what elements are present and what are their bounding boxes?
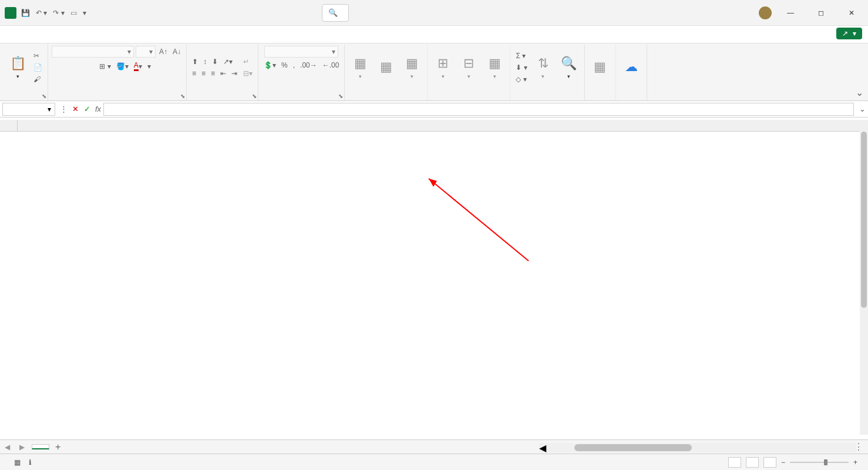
formula-bar: ▾ ⋮ ✕ ✓ fx ⌄ [0,101,868,118]
group-styles: ▦▾ ▦ ▦▾ [345,45,428,100]
clear-icon[interactable]: ◇ ▾ [514,74,529,85]
name-box[interactable]: ▾ [2,103,55,116]
undo-button[interactable]: ↶ ▾ [35,8,48,18]
currency-icon[interactable]: 💲▾ [262,60,278,70]
zoom-in-icon[interactable]: + [853,458,857,466]
bold-button[interactable] [82,65,85,68]
fill-color-icon[interactable]: 🪣▾ [115,61,130,72]
insert-cells-button[interactable]: ⊞▾ [431,55,455,80]
page-layout-view-icon[interactable] [746,457,759,468]
indent-dec-icon[interactable]: ⇤ [218,68,228,79]
normal-view-icon[interactable] [728,457,741,468]
select-all-corner[interactable] [0,120,18,131]
group-addins: ▦ [585,45,616,100]
wrap-text-button[interactable]: ↵ [241,56,254,67]
save-icon[interactable]: 💾 [20,8,31,18]
ribbon-tabs: ↗ ▾ [0,26,868,43]
save-baidu-button[interactable]: ☁ [620,58,643,77]
decrease-font-icon[interactable]: A↓ [171,46,183,57]
orientation-icon[interactable]: ↗▾ [221,56,234,67]
copy-icon[interactable]: 📄 [32,62,44,73]
collapse-ribbon-icon[interactable]: ⌄ [853,85,866,100]
decrease-dec-icon[interactable]: ←.00 [321,60,341,70]
vertical-scrollbar[interactable] [860,120,868,435]
comma-icon[interactable]: , [291,60,297,70]
dialog-launcher-icon[interactable]: ⬊ [252,93,257,99]
annotation-arrow [364,167,540,273]
status-bar: ▦ ℹ − + [0,454,868,470]
accessibility-status[interactable]: ℹ [29,458,32,466]
sheet-tab-bar: ◀ ▶ + ⋮ ◀ [0,439,868,454]
group-clipboard: 📋▾ ✂ 📄 🖌 ⬊ [2,45,48,100]
underline-button[interactable] [92,65,96,68]
page-break-view-icon[interactable] [763,457,776,468]
dialog-launcher-icon[interactable]: ⬊ [180,93,185,99]
indent-inc-icon[interactable]: ⇥ [230,68,239,79]
border-icon[interactable]: ⊞ ▾ [97,61,112,72]
align-left-icon[interactable]: ≡ [190,68,198,79]
sheet-tab[interactable] [32,444,49,449]
merge-center-button[interactable]: ⊟ ▾ [241,68,254,79]
find-select-button[interactable]: 🔍▾ [557,55,581,80]
dialog-launcher-icon[interactable]: ⬊ [42,93,46,99]
workbook-stats-icon[interactable]: ▦ [14,458,21,466]
svg-marker-1 [429,179,437,187]
prev-sheet-icon[interactable]: ◀ [0,443,15,451]
redo-button[interactable]: ↷ ▾ [52,8,65,18]
close-button[interactable]: ✕ [840,4,863,22]
number-format-select[interactable]: ▾ [264,46,338,58]
zoom-out-icon[interactable]: − [781,458,785,466]
font-size-select[interactable]: ▾ [136,46,156,58]
increase-font-icon[interactable]: A↑ [157,46,169,57]
align-top-icon[interactable]: ⬆ [190,56,200,67]
delete-cells-button[interactable]: ⊟▾ [457,55,480,80]
format-cells-button[interactable]: ▦▾ [483,55,506,80]
fill-icon[interactable]: ⬇ ▾ [514,62,529,73]
italic-button[interactable] [87,65,90,68]
search-icon: 🔍 [328,8,338,17]
qat-customize[interactable]: ▾ [82,8,88,18]
excel-app-icon [5,7,16,19]
cut-icon[interactable]: ✂ [32,51,44,61]
options-icon[interactable]: ⋮ [58,105,69,113]
cell-style-button[interactable]: ▦▾ [400,55,423,80]
group-editing: Σ ▾ ⬇ ▾ ◇ ▾ ⇅▾ 🔍▾ [510,45,584,100]
align-right-icon[interactable]: ≡ [209,68,217,79]
group-save: ☁ [616,45,647,100]
percent-icon[interactable]: % [280,60,290,70]
table-format-button[interactable]: ▦ [374,58,398,77]
dialog-launcher-icon[interactable]: ⬊ [338,93,343,99]
align-middle-icon[interactable]: ↕ [201,56,208,67]
align-bottom-icon[interactable]: ⬇ [210,56,220,67]
font-color-icon[interactable]: A▾ [132,60,144,72]
maximize-button[interactable]: ◻ [809,4,833,22]
expand-formula-icon[interactable]: ⌄ [856,105,868,113]
group-number: ▾ 💲▾ % , .00→ ←.00 ⬊ [258,45,345,100]
search-input[interactable]: 🔍 [322,4,349,22]
avatar[interactable] [759,6,772,19]
fx-icon[interactable]: fx [95,105,101,113]
formula-input[interactable] [103,103,854,116]
minimize-button[interactable]: — [779,4,802,22]
sum-icon[interactable]: Σ ▾ [514,51,529,61]
add-sheet-button[interactable]: + [49,442,66,452]
qat-button[interactable]: ▭ [69,8,78,18]
cancel-icon[interactable]: ✕ [69,105,81,113]
format-painter-icon[interactable]: 🖌 [32,74,44,85]
horizontal-scrollbar[interactable]: ◀ [539,443,856,452]
group-align: ⬆↕⬇↗▾ ≡≡≡⇤⇥ ↵ ⊟ ▾ ⬊ [187,45,258,100]
increase-dec-icon[interactable]: .00→ [298,60,319,70]
spreadsheet-grid[interactable] [0,120,860,435]
enter-icon[interactable]: ✓ [81,105,93,113]
font-name-select[interactable]: ▾ [52,46,134,58]
align-center-icon[interactable]: ≡ [200,68,207,79]
addins-button[interactable]: ▦ [588,58,612,77]
phonetic-icon[interactable]: ▾ [146,61,153,72]
paste-button[interactable]: 📋▾ [6,55,29,80]
sort-filter-button[interactable]: ⇅▾ [531,55,555,80]
cond-format-button[interactable]: ▦▾ [348,55,372,80]
svg-line-0 [429,179,529,261]
next-sheet-icon[interactable]: ▶ [15,443,29,451]
share-button[interactable]: ↗ ▾ [836,28,862,39]
zoom-slider[interactable] [790,462,849,463]
